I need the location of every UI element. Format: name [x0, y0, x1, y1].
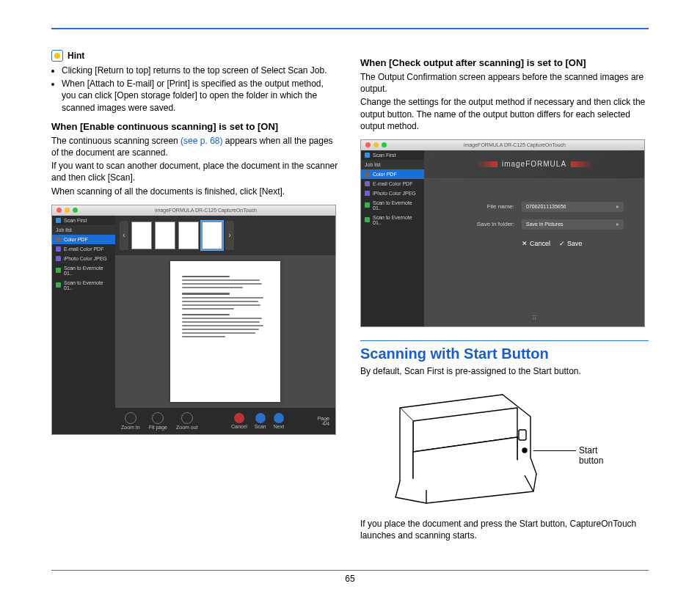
window-title: imageFORMULA DR-C125 CaptureOnTouch: [390, 142, 640, 147]
sidebar-heading: Job list: [361, 160, 424, 169]
wing-icon: [571, 161, 593, 167]
fit-page-icon: [152, 412, 164, 424]
window-title: imageFORMULA DR-C125 CaptureOnTouch: [81, 208, 331, 213]
top-rule: [51, 28, 649, 29]
x-icon: ✕: [522, 240, 528, 247]
screenshot-output-confirmation: imageFORMULA DR-C125 CaptureOnTouch Scan…: [360, 139, 645, 327]
zoom-out-button[interactable]: Zoom out: [176, 412, 198, 430]
zoom-in-button[interactable]: Zoom In: [121, 412, 140, 430]
document-preview: [115, 255, 335, 408]
resize-grip-icon: ⠿: [424, 310, 644, 326]
scan-icon: [56, 218, 61, 223]
next-icon: [274, 413, 284, 423]
cancel-button[interactable]: ✕Cancel: [522, 240, 550, 247]
scan-icon: [365, 153, 370, 158]
bottom-toolbar: Zoom In Fit page Zoom out Cancel Scan Ne…: [115, 408, 335, 434]
minimize-icon: [65, 208, 70, 213]
save-folder-row: Save in folder: Save in Pictures▸: [445, 219, 624, 230]
sidebar-item-email-pdf[interactable]: E-mail Color PDF: [361, 179, 424, 189]
left-column: Hint Clicking [Return to top] returns to…: [51, 50, 340, 544]
sidebar-item-iphoto[interactable]: iPhoto Color JPEG: [52, 254, 115, 263]
footer-rule: [51, 570, 649, 571]
app-sidebar: Scan First Job list Color PDF E-mail Col…: [52, 216, 115, 434]
body-text: By default, Scan First is pre-assigned t…: [360, 365, 649, 377]
sidebar-item-evernote1[interactable]: Scan to Evernote 01..: [361, 198, 424, 213]
hint-list: Clicking [Return to top] returns to the …: [51, 65, 340, 114]
subheading-check-output: When [Check output after scanning] is se…: [360, 57, 649, 68]
screenshot-continuous-scanning: imageFORMULA DR-C125 CaptureOnTouch Scan…: [51, 205, 336, 435]
save-folder-field[interactable]: Save in Pictures▸: [522, 219, 624, 230]
scanner-illustration: Start button: [371, 386, 620, 511]
job-icon: [365, 217, 370, 222]
two-column-layout: Hint Clicking [Return to top] returns to…: [51, 50, 649, 544]
zoom-icon: [382, 142, 387, 147]
right-column: When [Check output after scanning] is se…: [360, 50, 649, 544]
page-thumbnail[interactable]: [155, 222, 175, 249]
section-heading-start-button: Scanning with Start Button: [360, 345, 649, 362]
subheading-continuous-scanning: When [Enable continuous scanning] is set…: [51, 121, 340, 132]
cancel-button[interactable]: Cancel: [231, 413, 247, 429]
body-text: When scanning of all the documents is fi…: [51, 186, 340, 197]
file-name-field[interactable]: 07062011135656▸: [522, 202, 624, 212]
sidebar-item-evernote2[interactable]: Scan to Evernote 01..: [52, 278, 115, 293]
page-number: 65: [0, 574, 700, 584]
job-icon: [56, 246, 61, 252]
sidebar-item-evernote2[interactable]: Scan to Evernote 01..: [361, 213, 424, 227]
body-text: The continuous scanning screen (see p. 6…: [51, 135, 340, 158]
app-sidebar: Scan First Job list Color PDF E-mail Col…: [361, 150, 424, 326]
stepper-icon: ▸: [616, 203, 619, 210]
sidebar-item-scan-first[interactable]: Scan First: [52, 216, 115, 225]
section-divider: [360, 340, 649, 341]
job-icon: [365, 172, 370, 177]
hint-label: Hint: [68, 51, 84, 61]
page-thumbnail[interactable]: [202, 222, 222, 249]
hint-icon: [51, 50, 63, 62]
svg-rect-1: [519, 430, 526, 440]
page-thumbnail[interactable]: [178, 222, 199, 249]
body-text: The Output Confirmation screen appears b…: [360, 71, 649, 95]
zoom-in-icon: [125, 412, 136, 424]
page-link[interactable]: (see p. 68): [181, 136, 222, 146]
sidebar-item-email-pdf[interactable]: E-mail Color PDF: [52, 244, 115, 254]
job-icon: [56, 268, 61, 273]
next-button[interactable]: Next: [274, 413, 284, 429]
close-icon: [365, 142, 371, 147]
preview-area: ‹ ›: [115, 216, 335, 434]
minimize-icon: [373, 142, 379, 147]
field-label: File name:: [445, 203, 514, 210]
output-confirm-area: imageFORMULA File name: 07062011135656▸ …: [424, 150, 644, 326]
job-icon: [56, 256, 61, 261]
save-button[interactable]: ✓Save: [559, 240, 583, 247]
scan-icon: [255, 413, 266, 423]
hint-item: Clicking [Return to top] returns to the …: [62, 65, 340, 76]
brand-label: imageFORMULA: [502, 160, 566, 168]
prev-thumb-button[interactable]: ‹: [120, 221, 128, 250]
body-text: If you place the document and press the …: [360, 518, 649, 541]
sidebar-item-evernote1[interactable]: Scan to Evernote 01..: [52, 263, 115, 278]
next-thumb-button[interactable]: ›: [225, 221, 234, 250]
check-icon: ✓: [559, 240, 565, 247]
sidebar-item-iphoto[interactable]: iPhoto Color JPEG: [361, 189, 424, 198]
fit-page-button[interactable]: Fit page: [149, 412, 167, 430]
job-icon: [365, 181, 370, 186]
body-text: Change the settings for the output metho…: [360, 96, 649, 132]
stepper-icon: ▸: [616, 221, 619, 227]
sidebar-item-color-pdf[interactable]: Color PDF: [361, 169, 424, 179]
sidebar-item-color-pdf[interactable]: Color PDF: [52, 235, 115, 244]
page-thumbnail[interactable]: [131, 222, 152, 249]
scanner-icon: [371, 386, 561, 511]
job-icon: [56, 237, 61, 242]
page-image: [170, 261, 280, 402]
body-text: If you want to scan another document, pl…: [51, 160, 340, 183]
zoom-icon: [73, 208, 78, 213]
window-titlebar: imageFORMULA DR-C125 CaptureOnTouch: [361, 140, 644, 150]
scan-button[interactable]: Scan: [255, 413, 266, 429]
job-icon: [56, 282, 61, 288]
manual-page: Hint Clicking [Return to top] returns to…: [0, 0, 700, 600]
field-label: Save in folder:: [445, 221, 514, 227]
sidebar-item-scan-first[interactable]: Scan First: [361, 150, 424, 160]
cancel-icon: [234, 413, 244, 423]
zoom-out-icon: [181, 412, 193, 424]
sidebar-heading: Job list: [52, 225, 115, 235]
brand-banner: imageFORMULA: [424, 150, 644, 178]
